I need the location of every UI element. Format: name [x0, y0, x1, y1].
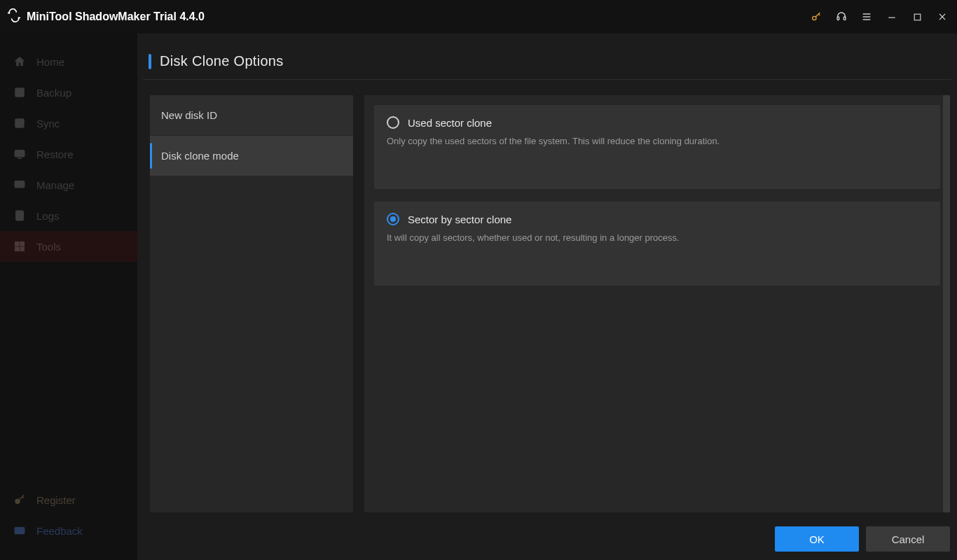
titlebar-actions [810, 10, 949, 23]
sidebar-item-feedback[interactable]: Feedback [0, 515, 137, 546]
sync-icon [13, 116, 27, 130]
footer-buttons: OK Cancel [137, 518, 957, 560]
activate-key-icon[interactable] [810, 10, 822, 23]
options-panel: Used sector clone Only copy the used sec… [364, 95, 950, 512]
sidebar-item-manage[interactable]: Manage [0, 169, 137, 200]
minimize-icon[interactable] [886, 10, 898, 23]
sidebar-item-label: Backup [36, 87, 71, 99]
app-logo-icon [7, 8, 21, 25]
cancel-button[interactable]: Cancel [866, 526, 950, 552]
sidebar-nav: Home Backup Sync Restore [0, 46, 137, 262]
header-accent [149, 54, 151, 69]
maximize-icon[interactable] [911, 10, 923, 23]
svg-rect-2 [844, 17, 846, 20]
option-title: Used sector clone [408, 117, 492, 129]
sidebar: Home Backup Sync Restore [0, 34, 137, 560]
svg-rect-7 [914, 14, 921, 20]
category-new-disk-id[interactable]: New disk ID [150, 95, 353, 136]
page-title: Disk Clone Options [160, 53, 284, 69]
restore-icon [13, 147, 27, 161]
sidebar-item-register[interactable]: Register [0, 484, 137, 515]
radio-selected-icon[interactable] [387, 213, 399, 225]
option-description: Only copy the used sectors of the file s… [387, 134, 928, 148]
page-header: Disk Clone Options [143, 34, 951, 80]
radio-unselected-icon[interactable] [387, 116, 399, 129]
ok-button[interactable]: OK [775, 526, 859, 552]
svg-rect-1 [837, 17, 839, 20]
app-title: MiniTool ShadowMaker Trial 4.4.0 [27, 10, 205, 23]
option-description: It will copy all sectors, whether used o… [387, 231, 928, 245]
feedback-mail-icon [13, 524, 27, 538]
sidebar-item-tools[interactable]: Tools [0, 231, 137, 262]
sidebar-item-logs[interactable]: Logs [0, 200, 137, 231]
option-title: Sector by sector clone [408, 214, 511, 225]
options-category-list: New disk ID Disk clone mode [150, 95, 353, 512]
svg-point-15 [18, 183, 22, 186]
category-label: Disk clone mode [161, 150, 239, 162]
svg-rect-21 [20, 241, 25, 246]
svg-rect-20 [15, 241, 19, 246]
svg-point-24 [15, 499, 20, 503]
svg-rect-23 [20, 247, 25, 251]
sidebar-item-restore[interactable]: Restore [0, 139, 137, 169]
support-icon[interactable] [835, 10, 848, 23]
close-icon[interactable] [936, 10, 949, 23]
category-label: New disk ID [161, 109, 217, 121]
option-sector-by-sector-clone[interactable]: Sector by sector clone It will copy all … [374, 202, 940, 286]
svg-point-0 [813, 16, 816, 20]
content: Disk Clone Options New disk ID Disk clon… [137, 34, 957, 560]
sidebar-item-label: Register [36, 494, 76, 506]
sidebar-item-label: Feedback [36, 525, 83, 537]
sidebar-bottom: Register Feedback [0, 484, 137, 560]
sidebar-item-home[interactable]: Home [0, 46, 137, 77]
svg-rect-12 [15, 150, 25, 157]
panels: New disk ID Disk clone mode Used sector … [137, 80, 957, 518]
home-icon [13, 55, 27, 69]
menu-icon[interactable] [860, 10, 873, 23]
option-used-sector-clone[interactable]: Used sector clone Only copy the used sec… [374, 105, 940, 189]
sidebar-item-sync[interactable]: Sync [0, 108, 137, 139]
sidebar-item-label: Home [36, 56, 64, 68]
register-key-icon [13, 493, 27, 507]
svg-rect-22 [15, 247, 19, 251]
category-disk-clone-mode[interactable]: Disk clone mode [150, 136, 353, 176]
sidebar-item-backup[interactable]: Backup [0, 77, 137, 108]
brand: MiniTool ShadowMaker Trial 4.4.0 [7, 8, 205, 25]
titlebar: MiniTool ShadowMaker Trial 4.4.0 [0, 0, 957, 34]
sidebar-item-label: Manage [36, 179, 74, 191]
sidebar-item-label: Restore [36, 148, 74, 160]
sidebar-item-label: Sync [36, 118, 60, 130]
logs-icon [13, 209, 27, 223]
backup-icon [13, 85, 27, 99]
sidebar-item-label: Tools [36, 241, 61, 253]
tools-icon [13, 239, 27, 253]
manage-icon [13, 178, 27, 192]
sidebar-item-label: Logs [36, 210, 60, 222]
